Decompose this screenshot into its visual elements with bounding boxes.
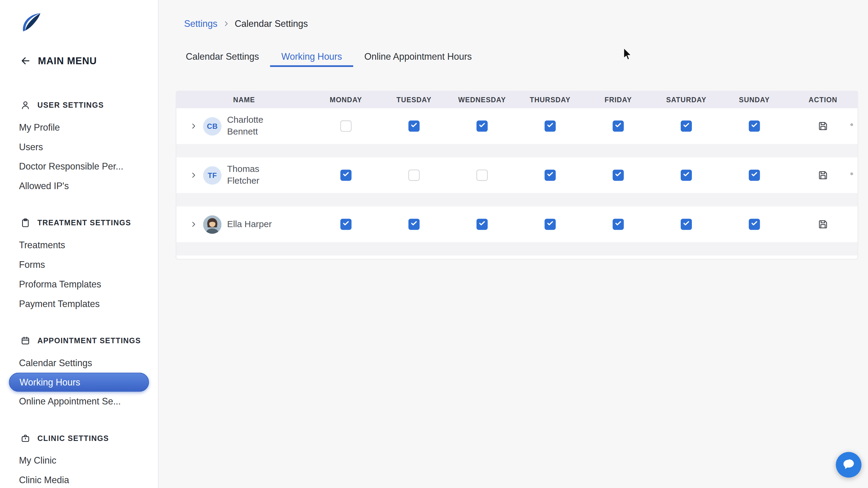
sidebar-item-label: Treatments xyxy=(19,240,65,251)
checkbox-wednesday[interactable] xyxy=(476,219,488,230)
expand-row-button[interactable] xyxy=(190,220,197,228)
column-header-friday: FRIDAY xyxy=(584,96,652,104)
sidebar-item-forms[interactable]: Forms xyxy=(0,255,158,274)
sidebar-item-clinic-media[interactable]: Clinic Media xyxy=(0,470,158,488)
day-cell-thursday xyxy=(516,121,584,132)
expand-row-button[interactable] xyxy=(190,122,197,130)
day-cell-friday xyxy=(584,219,652,230)
sidebar-item-my-clinic[interactable]: My Clinic xyxy=(0,451,158,470)
checkbox-friday[interactable] xyxy=(613,219,624,230)
day-cell-tuesday xyxy=(380,219,448,230)
arrow-left-icon xyxy=(20,55,31,66)
save-row-button[interactable] xyxy=(817,169,829,182)
breadcrumb-settings-link[interactable]: Settings xyxy=(184,19,217,29)
day-cell-sunday xyxy=(720,121,788,132)
column-header-sunday: SUNDAY xyxy=(720,96,788,104)
checkbox-monday[interactable] xyxy=(341,121,352,132)
sidebar-item-label: Clinic Media xyxy=(19,475,69,485)
sidebar-item-online-appointment-se[interactable]: Online Appointment Se... xyxy=(0,392,158,411)
check-icon xyxy=(478,121,486,131)
table-row-ella-harper: Ella Harper xyxy=(177,207,858,242)
checkbox-saturday[interactable] xyxy=(681,219,692,230)
chevron-right-icon xyxy=(190,122,197,130)
checkbox-wednesday[interactable] xyxy=(476,121,488,132)
save-icon xyxy=(817,120,829,132)
check-icon xyxy=(683,170,690,180)
sidebar-section-header: TREATMENT SETTINGS xyxy=(20,217,158,228)
column-header-saturday: SATURDAY xyxy=(652,96,720,104)
sidebar-item-users[interactable]: Users xyxy=(0,137,158,157)
check-icon xyxy=(478,219,486,229)
checkbox-friday[interactable] xyxy=(613,170,624,181)
checkbox-thursday[interactable] xyxy=(545,170,556,181)
save-row-button[interactable] xyxy=(817,120,829,132)
sidebar-item-label: Proforma Templates xyxy=(19,279,101,289)
checkbox-tuesday[interactable] xyxy=(408,170,420,181)
tab-working-hours[interactable]: Working Hours xyxy=(270,48,353,67)
check-icon xyxy=(750,121,758,131)
day-cell-saturday xyxy=(652,121,720,132)
checkbox-friday[interactable] xyxy=(613,121,624,132)
name-cell: Ella Harper xyxy=(177,215,312,234)
avatar-initials: TF xyxy=(203,166,221,184)
checkbox-monday[interactable] xyxy=(341,170,352,181)
table-row-charlotte-bennett: CBCharlotte Bennett xyxy=(177,108,858,144)
chevron-right-icon xyxy=(190,171,197,179)
day-cell-friday xyxy=(584,170,652,181)
sidebar-section-treatment-settings: TREATMENT SETTINGSTreatmentsFormsProform… xyxy=(0,217,158,314)
check-icon xyxy=(546,121,554,131)
sidebar: MAIN MENU USER SETTINGSMy ProfileUsersDo… xyxy=(0,0,158,488)
breadcrumb: Settings Calendar Settings xyxy=(184,19,308,29)
sidebar-item-label: My Profile xyxy=(19,122,60,133)
sidebar-item-my-profile[interactable]: My Profile xyxy=(0,118,158,137)
sidebar-item-label: Users xyxy=(19,142,43,152)
column-header-name: NAME xyxy=(177,96,312,104)
sidebar-section-items: My ProfileUsersDoctor Responsible Per...… xyxy=(0,118,158,196)
column-header-thursday: THURSDAY xyxy=(516,96,584,104)
check-icon xyxy=(683,121,690,131)
save-row-button[interactable] xyxy=(817,218,829,231)
day-cell-wednesday xyxy=(448,121,516,132)
checkbox-tuesday[interactable] xyxy=(408,219,420,230)
tab-online-appointment-hours[interactable]: Online Appointment Hours xyxy=(353,48,483,67)
checkbox-monday[interactable] xyxy=(341,219,352,230)
action-cell xyxy=(788,169,858,182)
checkbox-thursday[interactable] xyxy=(545,121,556,132)
checkbox-saturday[interactable] xyxy=(681,121,692,132)
checkbox-thursday[interactable] xyxy=(545,219,556,230)
main-content: Settings Calendar Settings Calendar Sett… xyxy=(158,0,868,488)
day-cell-sunday xyxy=(720,219,788,230)
sidebar-section-header: APPOINTMENT SETTINGS xyxy=(20,335,158,346)
chevron-right-icon xyxy=(222,20,229,27)
sidebar-item-payment-templates[interactable]: Payment Templates xyxy=(0,294,158,314)
day-cell-monday xyxy=(312,219,380,230)
tab-calendar-settings[interactable]: Calendar Settings xyxy=(175,48,270,67)
checkbox-wednesday[interactable] xyxy=(476,170,488,181)
save-icon xyxy=(817,169,829,182)
sidebar-section-label: TREATMENT SETTINGS xyxy=(37,218,131,227)
sidebar-item-doctor-responsible-per[interactable]: Doctor Responsible Per... xyxy=(0,157,158,177)
day-cell-saturday xyxy=(652,219,720,230)
sidebar-item-calendar-settings[interactable]: Calendar Settings xyxy=(0,353,158,373)
checkbox-sunday[interactable] xyxy=(749,170,760,181)
row-spacer xyxy=(177,144,858,157)
sidebar-item-proforma-templates[interactable]: Proforma Templates xyxy=(0,274,158,294)
sidebar-nav: USER SETTINGSMy ProfileUsersDoctor Respo… xyxy=(0,99,158,488)
sidebar-item-label: Allowed IP's xyxy=(19,181,69,191)
main-menu-label: MAIN MENU xyxy=(38,55,97,67)
main-menu-back[interactable]: MAIN MENU xyxy=(20,54,158,68)
table-body: CBCharlotte BennettTFThomas FletcherElla… xyxy=(177,108,858,255)
expand-row-button[interactable] xyxy=(190,171,197,179)
checkbox-tuesday[interactable] xyxy=(408,121,420,132)
sidebar-item-working-hours[interactable]: Working Hours xyxy=(9,373,149,392)
chevron-right-icon xyxy=(190,220,197,228)
chat-launcher-button[interactable] xyxy=(836,452,861,478)
checkbox-sunday[interactable] xyxy=(749,219,760,230)
scroll-dot xyxy=(850,123,853,126)
checkbox-saturday[interactable] xyxy=(681,170,692,181)
checkbox-sunday[interactable] xyxy=(749,121,760,132)
sidebar-section-user-settings: USER SETTINGSMy ProfileUsersDoctor Respo… xyxy=(0,99,158,196)
sidebar-section-items: TreatmentsFormsProforma TemplatesPayment… xyxy=(0,236,158,314)
sidebar-item-treatments[interactable]: Treatments xyxy=(0,236,158,255)
sidebar-item-allowed-ip-s[interactable]: Allowed IP's xyxy=(0,177,158,196)
